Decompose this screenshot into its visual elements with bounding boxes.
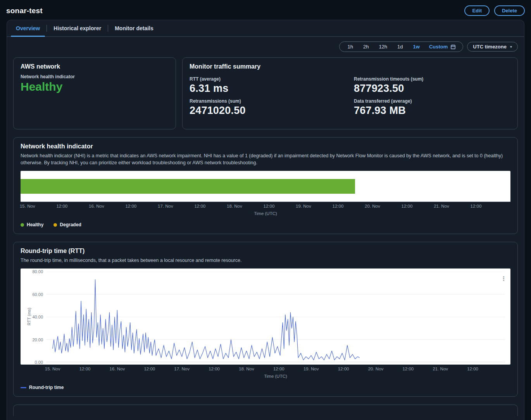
rtt-plot-area: 0.0020.0040.0060.0080.00 [46, 272, 505, 362]
chevron-down-icon: ▾ [510, 45, 512, 49]
x-tick-label: 17. Nov [174, 367, 190, 371]
chart-options-icon[interactable]: ⋮ [501, 275, 507, 281]
header-actions: Edit Delete [464, 5, 525, 16]
range-12h[interactable]: 12h [374, 43, 392, 50]
time-controls: 1h 2h 12h 1d 1w Custom UTC timezone ▾ [13, 41, 518, 52]
rtt-x-axis-title: Time (UTC) [46, 374, 505, 379]
metric-data-transferred: Data transferred (average) 767.93 MB [354, 95, 510, 117]
x-tick-label: 12:00 [79, 367, 91, 371]
range-custom[interactable]: Custom [425, 43, 460, 50]
network-health-indicator-label: Network health indicator [21, 74, 169, 79]
legend-label: Healthy [27, 222, 43, 227]
page-header: sonar-test Edit Delete [0, 0, 531, 20]
range-1h[interactable]: 1h [343, 43, 357, 50]
nhi-panel-description: Network health indicator (NHI) is a metr… [21, 152, 510, 166]
x-tick-label: 12:00 [402, 367, 414, 371]
rtt-panel-title: Round-trip time (RTT) [21, 248, 510, 255]
custom-label: Custom [429, 44, 448, 50]
nhi-chart [21, 171, 510, 202]
range-1d[interactable]: 1d [393, 43, 407, 50]
rtt-x-axis: 15. Nov12:0016. Nov12:0017. Nov12:0018. … [46, 367, 505, 372]
nhi-panel-title: Network health indicator [21, 143, 510, 150]
nhi-legend: Healthy Degraded [21, 222, 510, 227]
rtt-chart: RTT (ms) 0.0020.0040.0060.0080.00 ⋮ [21, 269, 510, 365]
nhi-x-axis-title: Time (UTC) [21, 211, 510, 216]
x-tick-label: 18. Nov [239, 367, 254, 371]
metric-value: 6.31 ms [190, 83, 346, 95]
x-tick-label: 18. Nov [227, 204, 242, 208]
summary-row: AWS network Network health indicator Hea… [13, 57, 518, 129]
traffic-metrics-grid: RTT (average) 6.31 ms Retransmission tim… [190, 72, 510, 117]
x-tick-label: 12:00 [273, 367, 284, 371]
rtt-line-chart [46, 272, 505, 362]
x-tick-label: 21. Nov [433, 367, 448, 371]
x-tick-label: 12:00 [56, 204, 67, 208]
healthy-dot-icon [21, 223, 24, 227]
metric-value: 877923.50 [354, 83, 510, 95]
x-tick-label: 19. Nov [303, 367, 319, 371]
legend-item-round-trip-time[interactable]: Round-trip time [21, 385, 64, 390]
x-tick-label: 20. Nov [368, 367, 384, 371]
x-tick-label: 16. Nov [89, 204, 104, 208]
x-tick-label: 19. Nov [296, 204, 311, 208]
aws-network-card: AWS network Network health indicator Hea… [13, 57, 176, 129]
y-tick-label: 20.00 [24, 337, 43, 342]
x-tick-label: 15. Nov [20, 204, 35, 208]
next-panel-partial [13, 405, 518, 416]
x-tick-label: 21. Nov [434, 204, 449, 208]
x-tick-label: 12:00 [209, 367, 220, 371]
metric-label: Retransmission timeouts (sum) [354, 76, 510, 82]
legend-label: Round-trip time [29, 385, 64, 390]
nhi-healthy-bar [21, 179, 355, 194]
rtt-panel: Round-trip time (RTT) The round-trip tim… [13, 242, 518, 397]
metric-label: Data transferred (average) [354, 98, 510, 104]
x-tick-label: 12:00 [471, 204, 482, 208]
x-tick-label: 15. Nov [45, 367, 60, 371]
nhi-x-axis: 15. Nov12:0016. Nov12:0017. Nov12:0018. … [21, 204, 510, 210]
x-tick-label: 12:00 [467, 367, 478, 371]
legend-label: Degraded [60, 222, 81, 227]
metric-retransmissions: Retransmissions (sum) 2471020.50 [190, 95, 346, 117]
tab-monitor-details[interactable]: Monitor details [108, 20, 160, 36]
network-health-status: Healthy [21, 80, 169, 93]
metric-value: 767.93 MB [354, 105, 510, 117]
y-tick-label: 40.00 [24, 315, 43, 319]
metric-rtt-average: RTT (average) 6.31 ms [190, 72, 346, 95]
x-tick-label: 12:00 [333, 204, 344, 208]
aws-network-title: AWS network [21, 63, 169, 70]
rtt-legend: Round-trip time [21, 385, 510, 390]
tab-historical-explorer[interactable]: Historical explorer [47, 20, 108, 36]
x-tick-label: 12:00 [144, 367, 155, 371]
tab-overview[interactable]: Overview [9, 20, 47, 36]
edit-button[interactable]: Edit [464, 5, 490, 16]
traffic-summary-title: Monitor traffic summary [190, 63, 510, 70]
page-title: sonar-test [6, 7, 43, 15]
traffic-summary-card: Monitor traffic summary RTT (average) 6.… [182, 57, 518, 129]
y-tick-label: 80.00 [24, 269, 43, 274]
x-tick-label: 17. Nov [158, 204, 173, 208]
legend-item-degraded[interactable]: Degraded [53, 222, 81, 227]
time-range-selector: 1h 2h 12h 1d 1w Custom [339, 41, 463, 52]
x-tick-label: 12:00 [264, 204, 275, 208]
metric-label: RTT (average) [190, 76, 346, 82]
x-tick-label: 12:00 [338, 367, 349, 371]
legend-item-healthy[interactable]: Healthy [21, 222, 43, 227]
metric-value: 2471020.50 [190, 105, 346, 117]
line-series-icon [21, 387, 26, 388]
main-content: Overview Historical explorer Monitor det… [7, 20, 524, 420]
calendar-icon [450, 44, 456, 50]
tab-bar: Overview Historical explorer Monitor det… [7, 20, 524, 37]
x-tick-label: 12:00 [402, 204, 413, 208]
x-tick-label: 12:00 [125, 204, 136, 208]
degraded-dot-icon [53, 223, 57, 227]
y-tick-label: 0.00 [24, 360, 43, 365]
x-tick-label: 16. Nov [110, 367, 125, 371]
metric-retransmission-timeouts: Retransmission timeouts (sum) 877923.50 [354, 72, 510, 95]
range-2h[interactable]: 2h [359, 43, 373, 50]
timezone-selector[interactable]: UTC timezone ▾ [467, 42, 518, 52]
metric-label: Retransmissions (sum) [190, 98, 346, 104]
x-tick-label: 12:00 [194, 204, 205, 208]
delete-button[interactable]: Delete [494, 5, 525, 16]
range-1w[interactable]: 1w [409, 43, 424, 50]
rtt-panel-description: The round-trip time, in milliseconds, th… [21, 257, 510, 264]
